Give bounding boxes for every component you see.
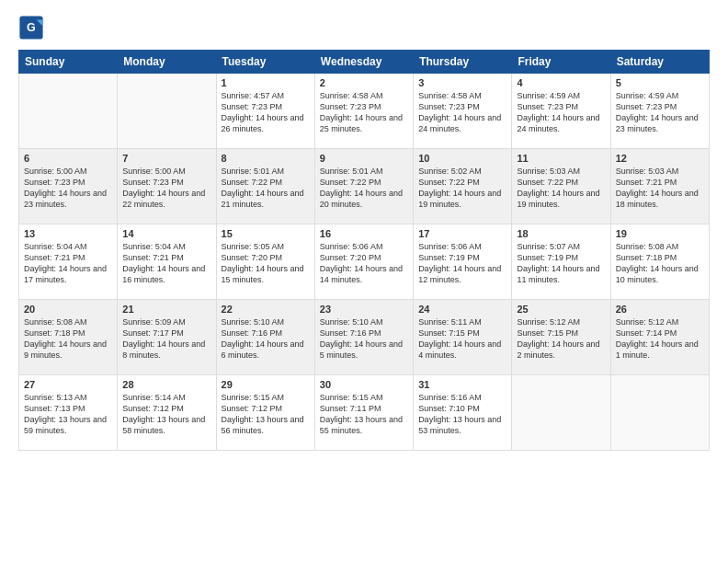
day-number: 12: [616, 153, 704, 164]
calendar-cell: 11Sunrise: 5:03 AMSunset: 7:22 PMDayligh…: [512, 149, 610, 224]
day-number: 7: [122, 153, 210, 164]
day-info: Sunrise: 5:07 AMSunset: 7:19 PMDaylight:…: [517, 241, 605, 286]
day-info: Sunrise: 5:04 AMSunset: 7:21 PMDaylight:…: [122, 241, 210, 286]
day-number: 19: [616, 228, 704, 239]
day-number: 21: [122, 304, 210, 315]
day-number: 30: [320, 379, 408, 390]
calendar-cell: [118, 74, 216, 149]
weekday-saturday: Saturday: [610, 51, 709, 74]
logo: G: [18, 15, 48, 40]
day-number: 9: [320, 153, 408, 164]
calendar-cell: 9Sunrise: 5:01 AMSunset: 7:22 PMDaylight…: [314, 149, 413, 224]
calendar-cell: 20Sunrise: 5:08 AMSunset: 7:18 PMDayligh…: [19, 300, 118, 375]
day-info: Sunrise: 5:01 AMSunset: 7:22 PMDaylight:…: [320, 166, 408, 211]
calendar-cell: 6Sunrise: 5:00 AMSunset: 7:23 PMDaylight…: [19, 149, 118, 224]
day-info: Sunrise: 5:10 AMSunset: 7:16 PMDaylight:…: [222, 316, 310, 362]
day-number: 5: [616, 77, 704, 88]
day-info: Sunrise: 4:57 AMSunset: 7:23 PMDaylight:…: [222, 90, 310, 135]
calendar-body: 1Sunrise: 4:57 AMSunset: 7:23 PMDaylight…: [19, 74, 710, 451]
day-info: Sunrise: 5:12 AMSunset: 7:15 PMDaylight:…: [517, 316, 605, 362]
calendar-cell: 30Sunrise: 5:15 AMSunset: 7:11 PMDayligh…: [314, 375, 413, 451]
day-number: 27: [24, 379, 112, 390]
day-number: 14: [122, 228, 210, 239]
day-info: Sunrise: 5:10 AMSunset: 7:16 PMDaylight:…: [320, 316, 408, 362]
day-info: Sunrise: 4:59 AMSunset: 7:23 PMDaylight:…: [616, 90, 704, 135]
day-number: 26: [616, 304, 704, 315]
calendar-cell: 3Sunrise: 4:58 AMSunset: 7:23 PMDaylight…: [414, 74, 512, 149]
day-number: 31: [418, 379, 506, 390]
day-number: 4: [517, 77, 605, 88]
day-number: 22: [222, 304, 310, 315]
calendar-cell: 16Sunrise: 5:06 AMSunset: 7:20 PMDayligh…: [314, 224, 413, 300]
day-info: Sunrise: 5:09 AMSunset: 7:17 PMDaylight:…: [122, 316, 210, 362]
day-number: 17: [418, 228, 506, 239]
day-info: Sunrise: 5:14 AMSunset: 7:12 PMDaylight:…: [122, 392, 210, 437]
day-number: 11: [517, 153, 605, 164]
day-info: Sunrise: 5:02 AMSunset: 7:22 PMDaylight:…: [418, 166, 506, 211]
day-info: Sunrise: 5:06 AMSunset: 7:19 PMDaylight:…: [418, 241, 506, 286]
calendar-cell: 7Sunrise: 5:00 AMSunset: 7:23 PMDaylight…: [118, 149, 216, 224]
day-number: 1: [222, 77, 310, 88]
day-info: Sunrise: 4:58 AMSunset: 7:23 PMDaylight:…: [418, 90, 506, 135]
day-number: 10: [418, 153, 506, 164]
calendar-cell: 13Sunrise: 5:04 AMSunset: 7:21 PMDayligh…: [19, 224, 118, 300]
calendar-cell: 12Sunrise: 5:03 AMSunset: 7:21 PMDayligh…: [610, 149, 709, 224]
weekday-wednesday: Wednesday: [314, 51, 413, 74]
calendar-cell: 23Sunrise: 5:10 AMSunset: 7:16 PMDayligh…: [314, 300, 413, 375]
calendar-cell: 15Sunrise: 5:05 AMSunset: 7:20 PMDayligh…: [216, 224, 314, 300]
day-info: Sunrise: 4:59 AMSunset: 7:23 PMDaylight:…: [517, 90, 605, 135]
day-info: Sunrise: 5:08 AMSunset: 7:18 PMDaylight:…: [24, 316, 112, 362]
day-number: 13: [24, 228, 112, 239]
calendar-cell: 17Sunrise: 5:06 AMSunset: 7:19 PMDayligh…: [414, 224, 512, 300]
calendar-cell: 1Sunrise: 4:57 AMSunset: 7:23 PMDaylight…: [216, 74, 314, 149]
calendar-cell: 2Sunrise: 4:58 AMSunset: 7:23 PMDaylight…: [314, 74, 413, 149]
day-info: Sunrise: 5:06 AMSunset: 7:20 PMDaylight:…: [320, 241, 408, 286]
day-info: Sunrise: 5:04 AMSunset: 7:21 PMDaylight:…: [24, 241, 112, 286]
day-info: Sunrise: 5:13 AMSunset: 7:13 PMDaylight:…: [24, 392, 112, 437]
calendar-cell: [512, 375, 610, 451]
day-number: 20: [24, 304, 112, 315]
day-number: 28: [122, 379, 210, 390]
day-info: Sunrise: 5:16 AMSunset: 7:10 PMDaylight:…: [418, 392, 506, 437]
weekday-tuesday: Tuesday: [216, 51, 314, 74]
calendar-cell: 31Sunrise: 5:16 AMSunset: 7:10 PMDayligh…: [414, 375, 512, 451]
day-number: 8: [222, 153, 310, 164]
calendar-cell: [610, 375, 709, 451]
day-number: 16: [320, 228, 408, 239]
weekday-thursday: Thursday: [414, 51, 512, 74]
calendar-cell: 28Sunrise: 5:14 AMSunset: 7:12 PMDayligh…: [118, 375, 216, 451]
calendar-cell: 14Sunrise: 5:04 AMSunset: 7:21 PMDayligh…: [118, 224, 216, 300]
day-number: 2: [320, 77, 408, 88]
page-header: G: [18, 15, 710, 40]
day-number: 23: [320, 304, 408, 315]
day-info: Sunrise: 5:01 AMSunset: 7:22 PMDaylight:…: [222, 166, 310, 211]
day-info: Sunrise: 5:12 AMSunset: 7:14 PMDaylight:…: [616, 316, 704, 362]
day-number: 15: [222, 228, 310, 239]
calendar-cell: 29Sunrise: 5:15 AMSunset: 7:12 PMDayligh…: [216, 375, 314, 451]
day-number: 25: [517, 304, 605, 315]
day-number: 29: [222, 379, 310, 390]
calendar-cell: 25Sunrise: 5:12 AMSunset: 7:15 PMDayligh…: [512, 300, 610, 375]
calendar-cell: [19, 74, 118, 149]
calendar-week-row: 20Sunrise: 5:08 AMSunset: 7:18 PMDayligh…: [19, 300, 710, 375]
calendar-page: G SundayMondayTuesdayWednesdayThursdayFr…: [0, 0, 728, 563]
calendar-table: SundayMondayTuesdayWednesdayThursdayFrid…: [18, 50, 710, 451]
weekday-sunday: Sunday: [19, 51, 118, 74]
day-info: Sunrise: 5:05 AMSunset: 7:20 PMDaylight:…: [222, 241, 310, 286]
calendar-week-row: 27Sunrise: 5:13 AMSunset: 7:13 PMDayligh…: [19, 375, 710, 451]
calendar-cell: 22Sunrise: 5:10 AMSunset: 7:16 PMDayligh…: [216, 300, 314, 375]
day-number: 18: [517, 228, 605, 239]
day-info: Sunrise: 5:00 AMSunset: 7:23 PMDaylight:…: [24, 166, 112, 211]
calendar-cell: 4Sunrise: 4:59 AMSunset: 7:23 PMDaylight…: [512, 74, 610, 149]
calendar-week-row: 6Sunrise: 5:00 AMSunset: 7:23 PMDaylight…: [19, 149, 710, 224]
day-info: Sunrise: 5:15 AMSunset: 7:12 PMDaylight:…: [222, 392, 310, 437]
day-number: 6: [24, 153, 112, 164]
calendar-cell: 21Sunrise: 5:09 AMSunset: 7:17 PMDayligh…: [118, 300, 216, 375]
weekday-friday: Friday: [512, 51, 610, 74]
day-info: Sunrise: 5:03 AMSunset: 7:22 PMDaylight:…: [517, 166, 605, 211]
svg-text:G: G: [27, 21, 36, 34]
calendar-cell: 24Sunrise: 5:11 AMSunset: 7:15 PMDayligh…: [414, 300, 512, 375]
calendar-week-row: 13Sunrise: 5:04 AMSunset: 7:21 PMDayligh…: [19, 224, 710, 300]
calendar-cell: 5Sunrise: 4:59 AMSunset: 7:23 PMDaylight…: [610, 74, 709, 149]
calendar-cell: 8Sunrise: 5:01 AMSunset: 7:22 PMDaylight…: [216, 149, 314, 224]
